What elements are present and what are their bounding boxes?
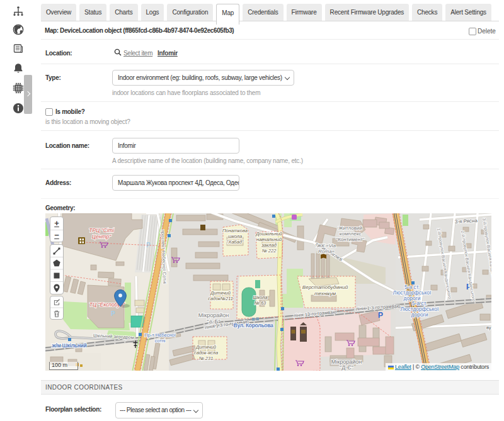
svg-text:Школа: Школа: [253, 295, 268, 300]
svg-text:№ 231: № 231: [199, 356, 214, 361]
svg-text:сотні: сотні: [154, 338, 165, 344]
svg-text:P: P: [111, 310, 115, 317]
svg-text:заклад: заклад: [261, 242, 277, 248]
svg-text:дороги: дороги: [411, 312, 428, 318]
svg-text:школа: школа: [228, 233, 242, 239]
svg-text:садок№211: садок№211: [208, 296, 233, 301]
svg-text:Понаткова: Понаткова: [222, 228, 248, 233]
svg-text:комплекс: комплекс: [340, 231, 362, 237]
svg-text:Roma»: Roma»: [318, 249, 335, 254]
svg-text:Центр": Центр": [92, 233, 112, 240]
svg-text:ву: ву: [486, 325, 491, 330]
svg-text:"Контимент": "Контимент": [336, 237, 365, 242]
svg-text:ТРЦ "Сіті: ТРЦ "Сіті: [89, 227, 115, 233]
svg-text:3-я Рясна: 3-я Рясна: [455, 218, 478, 225]
svg-text:Вул. Корольова: Вул. Корольова: [234, 322, 273, 328]
svg-text:ЖК «Via: ЖК «Via: [316, 243, 336, 249]
svg-text:Верстатобудівний: Верстатобудівний: [302, 284, 348, 290]
svg-text:№ 63: № 63: [255, 300, 266, 306]
svg-text:№ 222: № 222: [262, 248, 277, 254]
svg-text:садок-ясла: садок-ясла: [194, 350, 218, 356]
svg-text:"Д-Є": "Д-Є": [340, 364, 353, 371]
svg-text:Дитячий: Дитячий: [210, 290, 231, 296]
svg-text:Дошкільний: Дошкільний: [255, 231, 282, 237]
svg-text:"А-Б": "А-Б": [207, 318, 220, 325]
svg-text:навчальний: навчальний: [256, 237, 282, 242]
svg-text:технікум: технікум: [314, 291, 336, 296]
svg-text:Дитячий: Дитячий: [195, 344, 217, 350]
svg-text:"Хабад": "Хабад": [226, 239, 243, 245]
svg-text:Житловий: Житловий: [338, 225, 362, 231]
svg-text:P: P: [378, 311, 383, 320]
svg-text:Мікрорайон: Мікрорайон: [198, 312, 229, 318]
svg-text:ж/м Шкільний: ж/м Шкільний: [52, 342, 87, 349]
svg-text:Пр-т Небесної: Пр-т Небесної: [144, 332, 176, 338]
